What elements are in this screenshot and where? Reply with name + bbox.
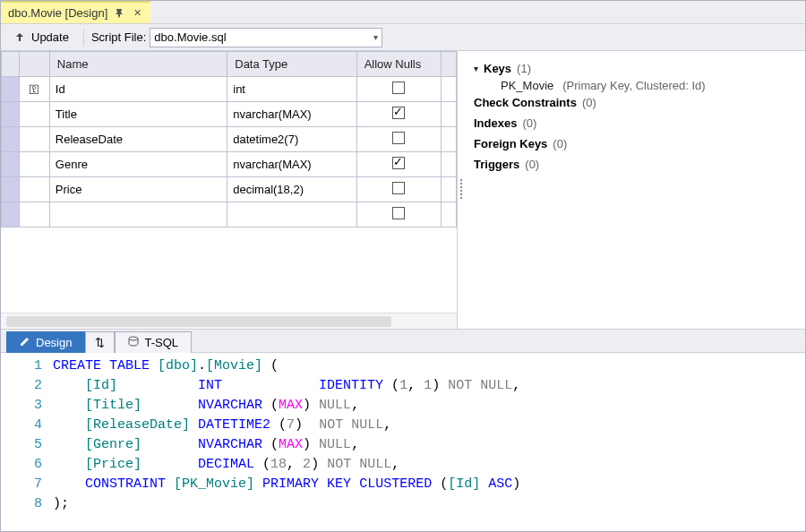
table-row[interactable]: Titlenvarchar(MAX) [2, 102, 457, 127]
indexes-label: Indexes [474, 116, 517, 130]
key-cell[interactable]: ⚿ [19, 77, 49, 102]
extra-cell [441, 77, 456, 102]
keys-count: (1) [517, 62, 531, 75]
row-header[interactable] [2, 102, 20, 127]
code-area[interactable]: CREATE TABLE [dbo].[Movie] ( [Id] INT ID… [53, 353, 520, 531]
scrollbar-thumb[interactable] [6, 316, 391, 327]
side-panel: ▾ Keys (1) PK_Movie (Primary Key, Cluste… [465, 51, 805, 329]
line-gutter: 12345678 [1, 353, 53, 531]
allownulls-checkbox[interactable] [392, 157, 405, 169]
type-cell[interactable]: nvarchar(MAX) [227, 152, 356, 177]
allownulls-checkbox[interactable] [392, 207, 405, 219]
tab-design[interactable]: Design [6, 331, 85, 353]
indexes-count: (0) [522, 116, 536, 130]
table-row[interactable]: ReleaseDatedatetime2(7) [2, 127, 457, 152]
extra-cell [441, 177, 456, 202]
update-button[interactable]: Update [6, 28, 76, 47]
keys-label: Keys [484, 62, 511, 75]
key-cell[interactable] [19, 177, 49, 202]
triggers-section[interactable]: Triggers (0) [474, 154, 796, 175]
name-header[interactable]: Name [49, 52, 227, 77]
name-cell[interactable]: Price [49, 177, 227, 202]
check-constraints-section[interactable]: Check Constraints (0) [474, 92, 796, 113]
extra-cell [441, 102, 456, 127]
name-cell[interactable]: ReleaseDate [49, 127, 227, 152]
document-tab-title: dbo.Movie [Design] [8, 6, 107, 20]
horizontal-scrollbar[interactable] [1, 313, 457, 329]
table-row[interactable]: Genrenvarchar(MAX) [2, 152, 457, 177]
update-label: Update [31, 30, 69, 44]
script-file-label: Script File: [91, 30, 146, 44]
null-cell[interactable] [356, 77, 441, 102]
upload-icon [13, 31, 26, 44]
null-cell[interactable] [356, 152, 441, 177]
null-cell[interactable] [356, 127, 441, 152]
foreign-keys-section[interactable]: Foreign Keys (0) [474, 133, 796, 154]
key-icon: ⚿ [29, 83, 39, 96]
fkeys-count: (0) [553, 137, 567, 150]
document-tab[interactable]: dbo.Movie [Design] ✕ [1, 1, 150, 23]
allownulls-checkbox[interactable] [392, 107, 405, 119]
row-header[interactable] [2, 177, 20, 202]
key-item[interactable]: PK_Movie (Primary Key, Clustered: Id) [474, 79, 796, 92]
table-row[interactable]: ⚿Idint [2, 77, 457, 102]
key-cell[interactable] [19, 102, 49, 127]
key-name: PK_Movie [501, 79, 553, 92]
indexes-section[interactable]: Indexes (0) [474, 113, 796, 133]
type-cell[interactable]: decimal(18,2) [227, 177, 356, 202]
script-file-combo[interactable]: dbo.Movie.sql ▾ [150, 28, 382, 47]
columns-grid[interactable]: Name Data Type Allow Nulls ⚿IdintTitlenv… [1, 51, 457, 227]
swap-icon: ⇅ [95, 336, 105, 349]
close-icon[interactable]: ✕ [131, 7, 143, 20]
splitter[interactable] [458, 51, 465, 329]
row-header[interactable] [2, 77, 20, 102]
document-tabbar: dbo.Movie [Design] ✕ [1, 1, 805, 24]
expand-icon[interactable]: ▾ [474, 64, 478, 73]
grid-corner [2, 52, 20, 77]
tab-swap[interactable]: ⇅ [85, 331, 115, 353]
allownulls-checkbox[interactable] [392, 132, 405, 144]
name-cell[interactable]: Genre [49, 152, 227, 177]
key-detail: (Primary Key, Clustered: Id) [562, 79, 705, 92]
chevron-down-icon: ▾ [373, 32, 378, 42]
script-file-value: dbo.Movie.sql [154, 30, 226, 44]
extra-cell [441, 127, 456, 152]
row-header[interactable] [2, 152, 20, 177]
sql-editor[interactable]: 12345678 CREATE TABLE [dbo].[Movie] ( [I… [1, 352, 805, 531]
toolbar: Update Script File: dbo.Movie.sql ▾ [1, 24, 805, 51]
tab-tsql[interactable]: T-SQL [115, 331, 192, 353]
key-cell[interactable] [19, 127, 49, 152]
name-cell[interactable]: Id [49, 77, 227, 102]
key-header [19, 52, 49, 77]
fkeys-label: Foreign Keys [474, 137, 547, 150]
name-cell[interactable]: Title [49, 102, 227, 127]
svg-point-0 [129, 337, 138, 340]
tsql-label: T-SQL [144, 336, 178, 349]
triggers-label: Triggers [474, 158, 519, 171]
type-cell[interactable]: int [227, 77, 356, 102]
check-count: (0) [582, 96, 596, 109]
design-label: Design [36, 336, 72, 349]
type-cell[interactable]: nvarchar(MAX) [227, 102, 356, 127]
table-row[interactable]: Pricedecimal(18,2) [2, 177, 457, 202]
triggers-count: (0) [525, 158, 539, 171]
key-cell[interactable] [19, 152, 49, 177]
allownulls-checkbox[interactable] [392, 182, 405, 194]
type-cell[interactable]: datetime2(7) [227, 127, 356, 152]
extra-header [441, 52, 456, 77]
null-cell[interactable] [356, 177, 441, 202]
extra-cell [441, 152, 456, 177]
datatype-header[interactable]: Data Type [227, 52, 356, 77]
row-header[interactable] [2, 127, 20, 152]
table-row-empty[interactable] [2, 202, 457, 227]
keys-section[interactable]: ▾ Keys (1) [474, 58, 796, 79]
pin-icon[interactable] [113, 7, 125, 20]
allownulls-header[interactable]: Allow Nulls [356, 52, 441, 77]
columns-grid-pane: Name Data Type Allow Nulls ⚿IdintTitlenv… [1, 51, 458, 329]
tsql-icon [128, 336, 139, 349]
design-icon [20, 336, 30, 349]
allownulls-checkbox[interactable] [392, 82, 405, 94]
toolbar-separator [83, 29, 84, 47]
bottom-tabbar: Design ⇅ T-SQL [1, 329, 805, 352]
null-cell[interactable] [356, 102, 441, 127]
